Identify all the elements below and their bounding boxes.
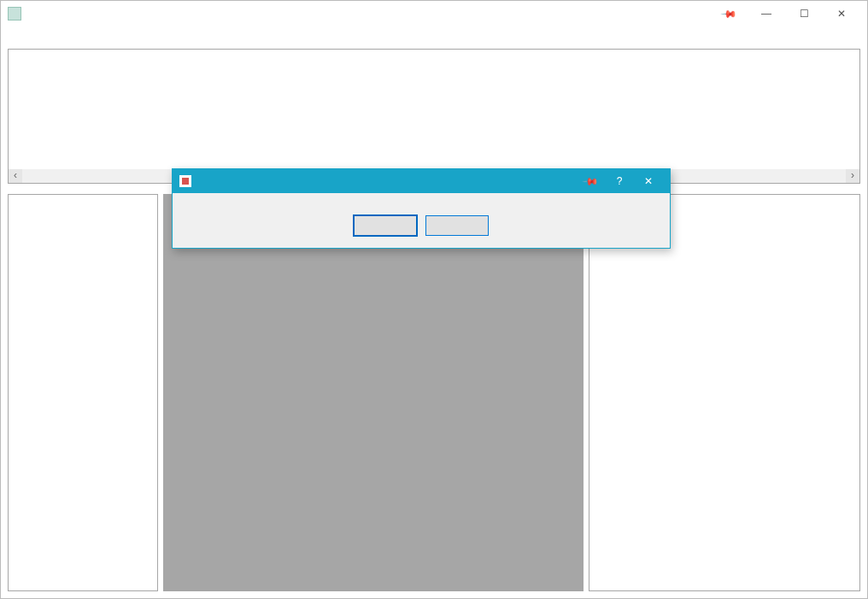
tags-grid[interactable] (8, 194, 158, 591)
dialog-pin-icon[interactable]: 📌 (576, 175, 605, 187)
minimize-button[interactable]: — (748, 2, 785, 26)
dialog-icon (179, 175, 191, 187)
dialog-titlebar: 📌 ? ✕ (173, 169, 670, 193)
pin-icon[interactable]: 📌 (710, 2, 748, 26)
menu-edit[interactable] (26, 34, 47, 39)
menu-database[interactable] (67, 34, 88, 39)
menu-file[interactable] (6, 34, 26, 39)
main-window: 📌 — ☐ ✕ ‹ › (0, 0, 868, 599)
menu-help[interactable] (88, 34, 108, 39)
titlebar: 📌 — ☐ ✕ (1, 1, 867, 26)
app-icon (8, 7, 21, 21)
scroll-right-icon[interactable]: › (846, 169, 859, 183)
marc-preview (589, 194, 860, 591)
scroll-left-icon[interactable]: ‹ (9, 169, 22, 183)
dialog-close-icon[interactable]: ✕ (634, 175, 663, 187)
menu-options[interactable] (47, 34, 67, 39)
menubar (1, 26, 867, 47)
field-detail-pane (163, 194, 584, 591)
custom-fields-dialog: 📌 ? ✕ (172, 168, 671, 249)
records-grid[interactable]: ‹ › (8, 49, 860, 184)
maximize-button[interactable]: ☐ (785, 2, 823, 26)
close-button[interactable]: ✕ (823, 2, 860, 26)
ok-button[interactable] (354, 215, 417, 236)
dialog-help-icon[interactable]: ? (605, 175, 634, 187)
cancel-button[interactable] (425, 215, 489, 236)
